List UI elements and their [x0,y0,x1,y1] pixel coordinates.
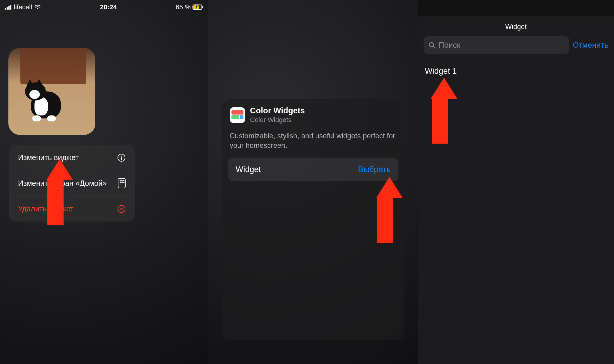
edit-widget-menu-item[interactable]: Изменить виджет [9,145,135,170]
search-input[interactable] [439,40,564,50]
widget-row-label: Widget [236,165,261,174]
clock-label: 20:24 [100,3,117,11]
search-icon [428,42,436,49]
app-subtitle: Color Widgets [250,116,305,124]
screenshot-panel-1: lifecell 20:24 65 % Изменить видж [0,0,208,364]
svg-rect-10 [121,157,122,160]
svg-rect-17 [123,182,124,183]
app-title: Color Widgets [250,106,305,115]
svg-rect-12 [120,180,121,181]
choose-button[interactable]: Выбрать [358,165,391,174]
status-bar: lifecell 20:24 65 % [0,0,208,12]
color-widgets-app-icon [230,107,245,123]
cat-image [25,79,70,127]
remove-icon [117,204,126,213]
search-field[interactable] [424,36,569,54]
svg-rect-14 [123,180,124,181]
widget-context-menu: Изменить виджет Изменить экран «Домой» У… [9,145,135,222]
sheet-title: Widget [418,16,614,36]
svg-point-4 [37,8,38,9]
svg-rect-3 [10,5,11,10]
edit-widget-label: Изменить виджет [18,153,82,162]
svg-rect-2 [8,6,10,10]
carrier-label: lifecell [14,3,32,11]
svg-rect-6 [202,6,203,8]
svg-rect-13 [121,180,123,181]
wifi-icon [34,4,41,10]
edit-home-label: Изменить экран «Домой» [18,179,110,188]
svg-rect-19 [119,208,124,209]
widget-config-card: Color Widgets Color Widgets Customizable… [222,99,404,340]
battery-charging-icon [192,4,203,10]
info-icon [117,153,126,162]
screenshot-panel-3: Widget Отменить Widget 1 [418,0,614,364]
svg-point-9 [121,155,122,157]
widget-select-row[interactable]: Widget Выбрать [228,158,398,181]
edit-home-screen-menu-item[interactable]: Изменить экран «Домой» [9,170,135,196]
battery-percent-label: 65 % [176,3,191,11]
widget-picker-sheet: Widget Отменить Widget 1 [418,16,614,364]
cellular-signal-icon [5,5,12,10]
svg-line-21 [433,46,435,48]
remove-widget-menu-item[interactable]: Удалить виджет [9,196,135,221]
svg-rect-15 [120,182,121,183]
widget-preview[interactable] [8,48,95,135]
widget-list: Widget 1 [418,60,614,82]
svg-rect-0 [5,8,6,10]
remove-widget-label: Удалить виджет [18,204,77,213]
apps-grid-icon [118,178,126,188]
svg-rect-16 [121,182,123,183]
cancel-button[interactable]: Отменить [573,40,608,50]
svg-rect-1 [7,7,8,10]
annotation-arrow-icon [431,78,449,144]
widget-list-item[interactable]: Widget 1 [424,64,608,79]
screenshot-panel-2: Color Widgets Color Widgets Customizable… [208,0,418,364]
app-description: Customizable, stylish, and useful widget… [222,126,404,158]
